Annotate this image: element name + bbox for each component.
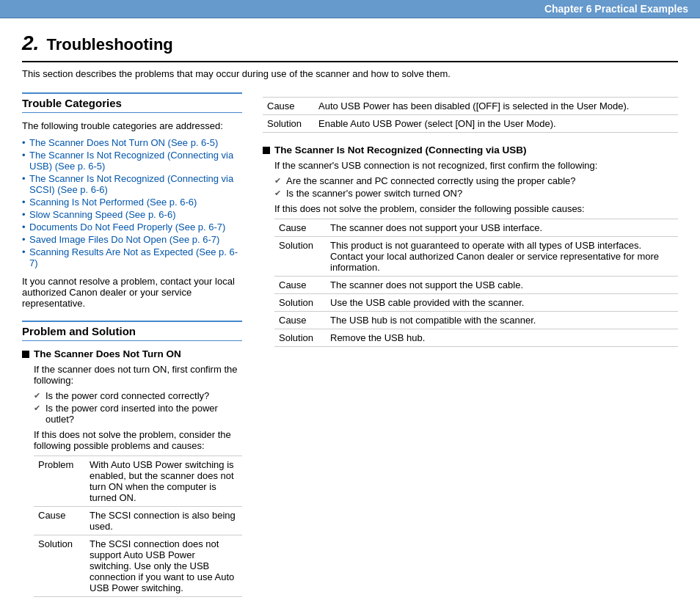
table-label: Cause — [274, 219, 326, 237]
table-label: Cause — [274, 277, 326, 294]
table-row: Cause The scanner does not support the U… — [274, 277, 678, 294]
table-row: Solution Enable Auto USB Power (select [… — [263, 115, 678, 133]
table-text: The SCSI connection is also being used. — [85, 507, 242, 535]
problem2-title: The Scanner Is Not Recognized (Connectin… — [274, 144, 527, 156]
square-bullet-icon — [263, 147, 270, 154]
chapter-number: 2. — [22, 32, 39, 54]
check-item: Is the power cord inserted into the powe… — [34, 403, 242, 425]
problem1-title: The Scanner Does Not Turn ON — [34, 348, 181, 359]
list-item[interactable]: Scanning Results Are Not as Expected (Se… — [22, 246, 242, 268]
auto-usb-table: Cause Auto USB Power has been disabled (… — [263, 97, 678, 133]
problem1-intro: If the scanner does not turn ON, first c… — [34, 364, 242, 386]
table-label: Solution — [274, 294, 326, 312]
chapter-title: 2. Troubleshooting — [22, 32, 678, 62]
table-label: Cause — [34, 507, 85, 535]
list-item[interactable]: The Scanner Is Not Recognized (Connectin… — [22, 150, 242, 172]
table-label: Solution — [274, 237, 326, 277]
table-label: Cause — [263, 98, 314, 115]
table-label: Solution — [34, 535, 85, 597]
problem1-header: The Scanner Does Not Turn ON — [22, 348, 242, 359]
table-row: Solution The SCSI connection does not su… — [34, 535, 242, 597]
problem2-header: The Scanner Is Not Recognized (Connectin… — [263, 144, 678, 156]
trouble-categories-heading: Trouble Categories — [22, 92, 242, 113]
table-text: This product is not guaranteed to operat… — [326, 237, 678, 277]
list-item[interactable]: Documents Do Not Feed Properly (See p. 6… — [22, 222, 242, 233]
list-item[interactable]: Saved Image Files Do Not Open (See p. 6-… — [22, 234, 242, 245]
check-item: Is the scanner's power switch turned ON? — [274, 188, 678, 199]
problem1-checks: Is the power cord connected correctly? I… — [34, 390, 242, 425]
trouble-categories-intro: The following trouble categories are add… — [22, 120, 242, 131]
left-column: Trouble Categories The following trouble… — [22, 92, 242, 600]
trouble-list: The Scanner Does Not Turn ON (See p. 6-5… — [22, 137, 242, 268]
table-row: Solution This product is not guaranteed … — [274, 237, 678, 277]
list-item[interactable]: Scanning Is Not Performed (See p. 6-6) — [22, 197, 242, 208]
table-label: Problem — [34, 456, 85, 507]
table-text: Remove the USB hub. — [326, 329, 678, 347]
table-label: Cause — [274, 312, 326, 329]
problem-solution-heading: Problem and Solution — [22, 321, 242, 341]
table-text: Use the USB cable provided with the scan… — [326, 294, 678, 312]
table-label: Solution — [263, 115, 314, 133]
right-column: Cause Auto USB Power has been disabled (… — [263, 92, 678, 600]
table-text: The SCSI connection does not support Aut… — [85, 535, 242, 597]
problem1-section: The Scanner Does Not Turn ON If the scan… — [22, 348, 242, 597]
check-item: Are the scanner and PC connected correct… — [274, 175, 678, 186]
table-row: Problem With Auto USB Power switching is… — [34, 456, 242, 507]
list-item[interactable]: The Scanner Is Not Recognized (Connectin… — [22, 173, 242, 195]
contact-text: It you cannot resolve a problem, contact… — [22, 276, 242, 309]
page-content: 2. Troubleshooting This section describe… — [0, 18, 700, 600]
table-row: Cause The scanner does not support your … — [274, 219, 678, 237]
list-item[interactable]: Slow Scanning Speed (See p. 6-6) — [22, 209, 242, 220]
check-item: Is the power cord connected correctly? — [34, 390, 242, 401]
table-text: Auto USB Power has been disabled ([OFF] … — [314, 98, 678, 115]
table-text: With Auto USB Power switching is enabled… — [85, 456, 242, 507]
square-bullet-icon — [22, 351, 29, 358]
problem2-intro: If the scanner's USB connection is not r… — [274, 160, 678, 171]
problem1-table: Problem With Auto USB Power switching is… — [34, 456, 242, 597]
problem2-consider: If this does not solve the problem, cons… — [274, 203, 678, 214]
chapter-title-text: Troubleshooting — [46, 35, 172, 54]
problem2-section: The Scanner Is Not Recognized (Connectin… — [263, 144, 678, 347]
page-header: Chapter 6 Practical Examples — [0, 0, 700, 18]
table-label: Solution — [274, 329, 326, 347]
two-col-layout: Trouble Categories The following trouble… — [22, 92, 678, 600]
header-text: Chapter 6 Practical Examples — [544, 3, 688, 15]
table-row: Cause The USB hub is not compatible with… — [274, 312, 678, 329]
list-item[interactable]: The Scanner Does Not Turn ON (See p. 6-5… — [22, 137, 242, 148]
problem2-body: If the scanner's USB connection is not r… — [263, 160, 678, 347]
intro-text: This section describes the problems that… — [22, 68, 678, 79]
table-text: The USB hub is not compatible with the s… — [326, 312, 678, 329]
problem2-checks: Are the scanner and PC connected correct… — [274, 175, 678, 199]
table-text: Enable Auto USB Power (select [ON] in th… — [314, 115, 678, 133]
problem1-consider: If this does not solve the problem, cons… — [34, 429, 242, 451]
problem1-body: If the scanner does not turn ON, first c… — [22, 364, 242, 597]
table-row: Solution Remove the USB hub. — [274, 329, 678, 347]
problem2-table: Cause The scanner does not support your … — [274, 219, 678, 347]
table-row: Cause The SCSI connection is also being … — [34, 507, 242, 535]
table-row: Cause Auto USB Power has been disabled (… — [263, 98, 678, 115]
table-text: The scanner does not support the USB cab… — [326, 277, 678, 294]
table-text: The scanner does not support your USB in… — [326, 219, 678, 237]
table-row: Solution Use the USB cable provided with… — [274, 294, 678, 312]
